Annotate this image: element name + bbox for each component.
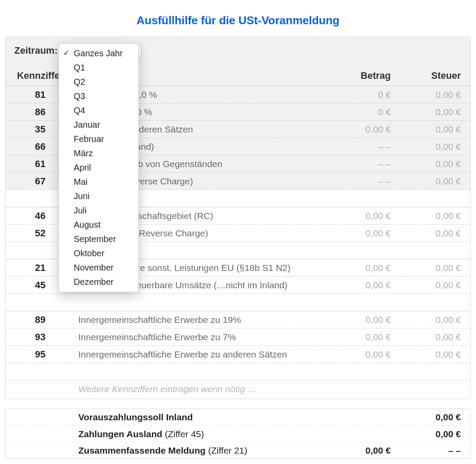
summary-row: Zahlungen Ausland (Ziffer 45)0,00 € xyxy=(6,425,470,442)
zeitraum-option[interactable]: Q1 xyxy=(59,61,138,75)
zeitraum-option[interactable]: September xyxy=(59,232,138,246)
summary-label: Zusammenfassende Meldung (Ziffer 21) xyxy=(6,445,323,456)
summary-steuer: – – xyxy=(397,445,470,456)
betrag-cell[interactable]: 0,00 € xyxy=(323,332,397,342)
summary-row: Vorauszahlungssoll Inland0,00 € xyxy=(6,409,470,425)
kennziffer-cell: 95 xyxy=(6,349,75,360)
steuer-cell[interactable]: 0,00 € xyxy=(397,90,470,100)
summary-steuer: 0,00 € xyxy=(397,429,470,439)
betrag-cell[interactable]: 0,00 € xyxy=(323,211,397,221)
kennziffer-cell: 89 xyxy=(6,314,75,325)
table-row: 93Innergemeinschaftliche Erwerbe zu 7%0,… xyxy=(6,328,470,345)
betrag-cell[interactable]: – – xyxy=(323,142,397,152)
betrag-cell[interactable]: 0,00 € xyxy=(323,228,397,238)
steuer-cell[interactable]: 0,00 € xyxy=(397,315,470,325)
spacer xyxy=(6,363,470,380)
summary-row: Zusammenfassende Meldung (Ziffer 21)0,00… xyxy=(6,442,470,458)
zeitraum-option[interactable]: Q3 xyxy=(59,89,138,103)
betrag-cell[interactable]: 0,00 € xyxy=(323,315,397,325)
page-title: Ausfüllhilfe für die USt-Voranmeldung xyxy=(5,14,471,27)
zeitraum-option[interactable]: August xyxy=(59,218,138,232)
summary-steuer: 0,00 € xyxy=(397,412,470,422)
summary-betrag: 0,00 € xyxy=(323,445,397,456)
betrag-cell[interactable]: 0,00 € xyxy=(323,280,397,290)
summary-label: Vorauszahlungssoll Inland xyxy=(6,412,323,422)
zeitraum-option[interactable]: November xyxy=(59,261,138,275)
description-cell: Innergemeinschaftliche Erwerbe zu 19% xyxy=(75,315,323,325)
zeitraum-option[interactable]: Q4 xyxy=(59,103,138,118)
steuer-cell[interactable]: 0,00 € xyxy=(397,142,470,152)
summary-label: Zahlungen Ausland (Ziffer 45) xyxy=(6,429,323,439)
betrag-cell[interactable]: 0 € xyxy=(323,107,397,117)
main-panel: Zeitraum: Ganzes JahrQ1Q2Q3Q4JanuarFebru… xyxy=(5,37,471,399)
steuer-cell[interactable]: 0,00 € xyxy=(397,280,470,290)
header-betrag: Betrag xyxy=(323,70,397,81)
steuer-cell[interactable]: 0,00 € xyxy=(397,176,470,187)
steuer-cell[interactable]: 0,00 € xyxy=(397,159,470,169)
zeitraum-option[interactable]: Oktober xyxy=(59,246,138,261)
steuer-cell[interactable]: 0,00 € xyxy=(397,332,470,342)
table-row: 95Innergemeinschaftliche Erwerbe zu ande… xyxy=(6,345,470,363)
steuer-cell[interactable]: 0,00 € xyxy=(397,263,470,273)
zeitraum-option[interactable]: Mai xyxy=(59,175,138,189)
zeitraum-option[interactable]: April xyxy=(59,161,138,175)
zeitraum-label: Zeitraum: xyxy=(14,45,58,56)
zeitraum-option[interactable]: März xyxy=(59,146,138,161)
description-cell: Innergemeinschaftliche Erwerbe zu andere… xyxy=(75,349,323,360)
zeitraum-dropdown[interactable]: Ganzes JahrQ1Q2Q3Q4JanuarFebruarMärzApri… xyxy=(58,43,139,292)
zeitraum-select[interactable]: Ganzes JahrQ1Q2Q3Q4JanuarFebruarMärzApri… xyxy=(59,44,142,57)
summary-panel: Vorauszahlungssoll Inland0,00 €Zahlungen… xyxy=(5,409,471,459)
steuer-cell[interactable]: 0,00 € xyxy=(397,107,470,117)
zeitraum-option[interactable]: Ganzes Jahr xyxy=(59,46,138,61)
table-row: 89Innergemeinschaftliche Erwerbe zu 19%0… xyxy=(6,311,470,328)
kennziffer-cell: 93 xyxy=(6,332,75,343)
zeitraum-option[interactable]: Juni xyxy=(59,189,138,203)
zeitraum-option[interactable]: Q2 xyxy=(59,75,138,89)
betrag-cell[interactable]: 0,00 € xyxy=(323,124,397,135)
spacer xyxy=(6,293,470,311)
steuer-cell[interactable]: 0,00 € xyxy=(397,211,470,221)
zeitraum-option[interactable]: Februar xyxy=(59,132,138,146)
betrag-cell[interactable]: 0,00 € xyxy=(323,263,397,273)
betrag-cell[interactable]: – – xyxy=(323,159,397,169)
hint-row: Weitere Kennziffern eintragen wenn nötig… xyxy=(6,380,470,399)
betrag-cell[interactable]: – – xyxy=(323,176,397,187)
steuer-cell[interactable]: 0,00 € xyxy=(397,124,470,135)
zeitraum-row: Zeitraum: Ganzes JahrQ1Q2Q3Q4JanuarFebru… xyxy=(6,37,470,60)
steuer-cell[interactable]: 0,00 € xyxy=(397,349,470,360)
betrag-cell[interactable]: 0,00 € xyxy=(323,349,397,360)
zeitraum-option[interactable]: Juli xyxy=(59,203,138,218)
steuer-cell[interactable]: 0,00 € xyxy=(397,228,470,238)
zeitraum-option[interactable]: Januar xyxy=(59,118,138,132)
betrag-cell[interactable]: 0 € xyxy=(323,90,397,100)
header-steuer: Steuer xyxy=(397,70,470,81)
description-cell: Innergemeinschaftliche Erwerbe zu 7% xyxy=(75,332,323,342)
zeitraum-option[interactable]: Dezember xyxy=(59,275,138,289)
